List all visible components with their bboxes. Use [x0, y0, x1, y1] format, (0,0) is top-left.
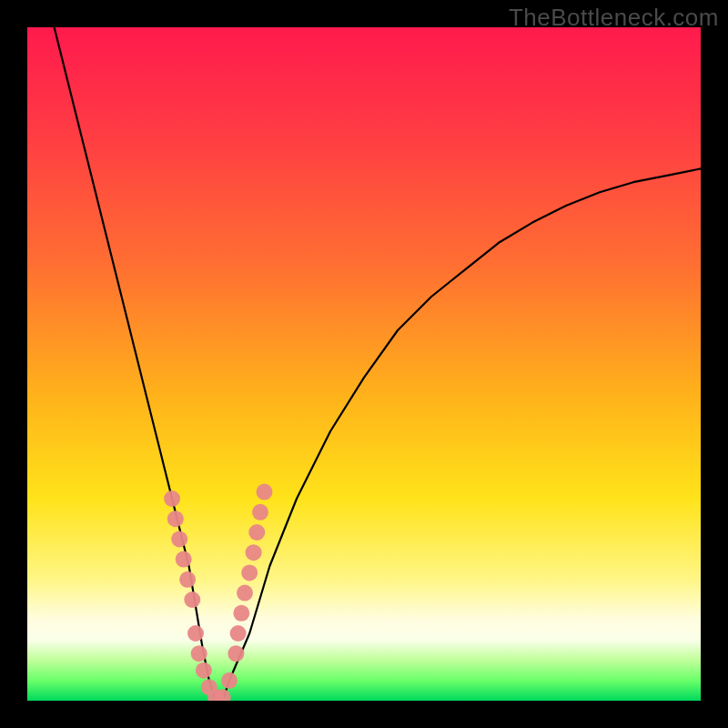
scatter-point [171, 531, 187, 547]
scatter-point [164, 490, 180, 507]
scatter-point [230, 625, 247, 642]
scatter-point [241, 564, 258, 581]
plot-area [27, 27, 701, 701]
scatter-point [228, 645, 244, 662]
scatter-point [248, 524, 265, 541]
chart-svg [27, 27, 701, 701]
scatter-point [184, 592, 200, 608]
scatter-point [237, 585, 253, 602]
scatter-point [187, 625, 204, 642]
scatter-point [176, 551, 192, 568]
scatter-point [179, 571, 196, 588]
scatter-point [167, 511, 184, 527]
scatter-point [221, 672, 238, 689]
bottleneck-curve [55, 27, 701, 701]
chart-frame: TheBottleneck.com [0, 0, 728, 728]
scatter-points [164, 484, 272, 701]
scatter-point [246, 544, 262, 561]
scatter-point [252, 504, 268, 521]
scatter-point [257, 484, 273, 500]
scatter-point [233, 605, 249, 622]
scatter-point [191, 645, 207, 662]
scatter-point [196, 662, 212, 679]
